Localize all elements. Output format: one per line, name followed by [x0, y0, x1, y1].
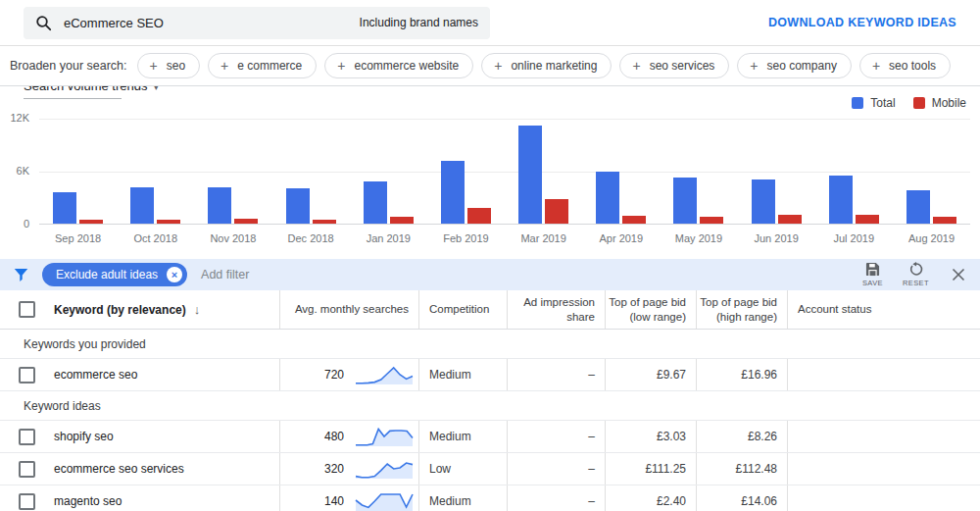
add-filter-field[interactable]: Add filter [201, 268, 249, 281]
chart-bar-mobile [313, 220, 336, 224]
brand-names-label: Including brand names [360, 16, 478, 29]
chart-bar-total [673, 178, 697, 224]
x-axis-label: Jul 2019 [815, 232, 893, 244]
top-bar: Including brand names DOWNLOAD KEYWORD I… [0, 0, 980, 46]
bar-group [582, 119, 660, 224]
chart-bar-mobile [467, 208, 491, 224]
header-top-bid-high[interactable]: Top of page bid (high range) [696, 290, 787, 329]
top-bid-high-cell: £112.48 [696, 453, 787, 485]
broaden-chip[interactable]: +ecommerce website [324, 53, 473, 78]
chart-title-underline [24, 98, 122, 99]
plus-icon: + [632, 59, 640, 73]
row-checkbox[interactable] [19, 367, 35, 383]
search-icon [35, 15, 52, 31]
avg-monthly-searches-value: 480 [324, 430, 344, 443]
filter-chip-label: Exclude adult ideas [56, 268, 158, 281]
row-checkbox[interactable] [19, 461, 35, 478]
chart-bar-total [596, 172, 619, 224]
close-icon[interactable] [951, 267, 966, 282]
top-bid-high-cell: £8.26 [696, 421, 787, 452]
search-volume-chart: Search volume trends▾ Total Mobile 12K 6… [0, 85, 980, 259]
bar-group [660, 119, 737, 224]
x-axis-label: Oct 2018 [117, 232, 194, 244]
broaden-chip[interactable]: +seo company [737, 53, 852, 78]
header-avg-monthly-searches[interactable]: Avg. monthly searches [279, 290, 418, 329]
keyword-text: ecommerce seo services [54, 462, 184, 476]
avg-monthly-searches-value: 140 [324, 494, 344, 508]
sparkline [354, 425, 415, 448]
plus-icon: + [220, 59, 228, 73]
broaden-chip[interactable]: +seo [137, 53, 201, 78]
keyword-sort-header[interactable]: Keyword (by relevance)↓ [54, 302, 200, 317]
avg-monthly-searches-cell: 720 [279, 359, 418, 390]
chart-bar-total [208, 187, 231, 224]
filter-chip-exclude-adult[interactable]: Exclude adult ideas × [42, 263, 187, 286]
bar-group [893, 119, 970, 224]
header-keyword: Keyword (by relevance)↓ [54, 290, 279, 329]
bar-group [117, 119, 194, 224]
table-row: ecommerce seo720Medium–£9.67£16.96 [0, 359, 980, 391]
header-top-bid-low[interactable]: Top of page bid (low range) [605, 290, 696, 329]
chart-bar-mobile [933, 217, 956, 224]
broaden-chip-label: seo company [767, 59, 837, 73]
chart-bar-total [286, 188, 310, 224]
legend-label-total: Total [870, 96, 895, 110]
select-all-checkbox[interactable] [19, 301, 35, 318]
ad-impression-share-cell: – [507, 359, 605, 390]
keyword-cell: magento seo [54, 485, 279, 511]
bar-group [194, 119, 271, 224]
broaden-chip[interactable]: +seo services [619, 53, 729, 78]
chart-bar-total [518, 126, 542, 224]
bar-group [815, 119, 893, 224]
keyword-text: magento seo [54, 494, 122, 508]
keyword-text: shopify seo [54, 430, 114, 443]
sparkline [354, 489, 415, 511]
broaden-chip[interactable]: +online marketing [481, 53, 612, 78]
avg-monthly-searches-value: 720 [324, 368, 344, 382]
bar-group [738, 119, 815, 224]
chart-bar-mobile [778, 215, 802, 224]
keyword-cell: shopify seo [54, 421, 279, 452]
top-bid-high-cell: £14.06 [696, 485, 787, 511]
competition-cell: Medium [418, 421, 507, 452]
plus-icon: + [337, 59, 345, 73]
broaden-chip[interactable]: +e commerce [208, 53, 317, 78]
bar-group [272, 119, 350, 224]
x-axis-label: Jan 2019 [350, 232, 427, 244]
ad-impression-share-cell: – [507, 485, 605, 511]
x-axis-label: Feb 2019 [427, 232, 505, 244]
top-bid-low-cell: £3.03 [605, 421, 696, 452]
table-row: shopify seo480Medium–£3.03£8.26 [0, 421, 980, 453]
download-keyword-ideas-button[interactable]: DOWNLOAD KEYWORD IDEAS [768, 16, 956, 29]
save-button[interactable]: SAVE [862, 262, 883, 287]
x-axis-label: Jun 2019 [738, 232, 815, 244]
search-input[interactable] [64, 16, 289, 30]
filter-funnel-icon [14, 268, 28, 282]
row-checkbox[interactable] [19, 429, 35, 445]
header-ad-impression-share[interactable]: Ad impression share [507, 290, 605, 329]
broaden-chip-label: ecommerce website [354, 59, 459, 73]
chart-bar-mobile [700, 217, 723, 224]
keyword-planner-app: Including brand names DOWNLOAD KEYWORD I… [0, 0, 980, 511]
chart-legend: Total Mobile [852, 96, 966, 110]
reset-button[interactable]: RESET [903, 262, 929, 287]
row-checkbox[interactable] [19, 493, 35, 510]
save-icon [865, 262, 880, 277]
remove-filter-icon[interactable]: × [167, 267, 182, 282]
broaden-chips: +seo+e commerce+ecommerce website+online… [137, 53, 952, 78]
header-competition[interactable]: Competition [418, 290, 507, 329]
x-axis-label: Sep 2018 [39, 232, 117, 244]
avg-monthly-searches-value: 320 [324, 462, 344, 476]
header-account-status[interactable]: Account status [787, 290, 980, 329]
chart-title[interactable]: Search volume trends▾ [24, 86, 159, 93]
broaden-search-bar: Broaden your search: +seo+e commerce+eco… [0, 46, 980, 85]
broaden-chip[interactable]: +seo tools [859, 53, 951, 78]
chart-title-clip: Search volume trends▾ [24, 86, 159, 95]
account-status-cell [787, 453, 980, 485]
chart-bars [39, 119, 970, 224]
top-bid-low-cell: £9.67 [605, 359, 696, 390]
chart-bar-total [53, 192, 76, 224]
sort-descending-icon: ↓ [194, 302, 201, 317]
keyword-search-box[interactable]: Including brand names [24, 7, 490, 39]
avg-monthly-searches-cell: 320 [279, 453, 418, 485]
